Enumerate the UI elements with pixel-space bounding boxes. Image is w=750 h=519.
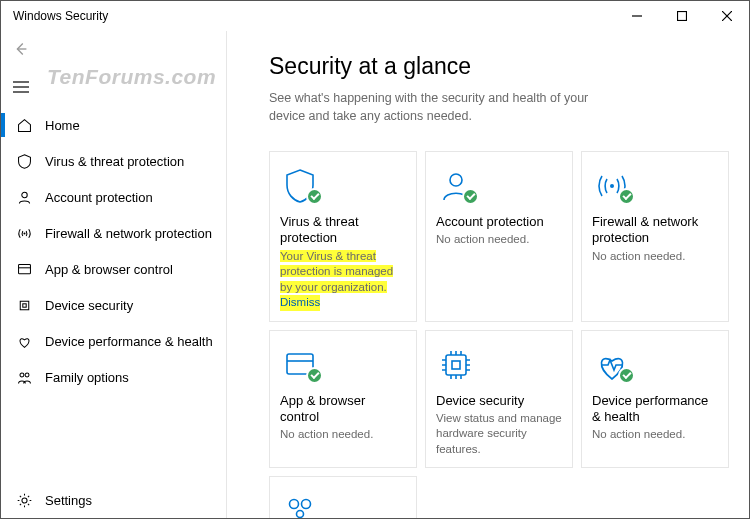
card-icon-wrap bbox=[436, 343, 562, 387]
svg-point-25 bbox=[297, 511, 304, 518]
page-subtitle: See what's happening with the security a… bbox=[269, 90, 599, 125]
card-title: App & browser control bbox=[280, 393, 406, 426]
maximize-button[interactable] bbox=[659, 1, 704, 31]
nav-list: Home Virus & threat protection Account p… bbox=[1, 107, 226, 482]
home-icon bbox=[15, 116, 33, 134]
svg-rect-22 bbox=[452, 361, 460, 369]
status-badge-ok bbox=[618, 367, 635, 384]
sidebar-item-device-security[interactable]: Device security bbox=[1, 287, 226, 323]
sidebar-item-label: Device performance & health bbox=[45, 334, 213, 349]
svg-point-14 bbox=[19, 372, 23, 376]
sidebar-item-label: Account protection bbox=[45, 190, 153, 205]
svg-point-23 bbox=[290, 500, 299, 509]
sidebar-item-home[interactable]: Home bbox=[1, 107, 226, 143]
svg-point-18 bbox=[610, 184, 614, 188]
sidebar-item-app-browser[interactable]: App & browser control bbox=[1, 251, 226, 287]
sidebar-item-firewall[interactable]: Firewall & network protection bbox=[1, 215, 226, 251]
svg-point-15 bbox=[25, 372, 29, 376]
status-badge-ok bbox=[462, 188, 479, 205]
main-content: Security at a glance See what's happenin… bbox=[227, 31, 749, 518]
card-virus-threat[interactable]: Virus & threat protection Your Virus & t… bbox=[269, 151, 417, 322]
card-title: Firewall & network protection bbox=[592, 214, 718, 247]
card-device-security[interactable]: Device security View status and manage h… bbox=[425, 330, 573, 469]
family-icon bbox=[280, 491, 320, 518]
highlighted-text: Your Virus & threat protection is manage… bbox=[280, 250, 393, 293]
card-desc: Your Virus & threat protection is manage… bbox=[280, 249, 406, 311]
shield-icon bbox=[15, 152, 33, 170]
sidebar-item-label: Settings bbox=[45, 493, 92, 508]
sidebar-item-label: Home bbox=[45, 118, 80, 133]
app-browser-icon bbox=[15, 260, 33, 278]
card-icon-wrap bbox=[280, 343, 406, 387]
card-app-browser[interactable]: App & browser control No action needed. bbox=[269, 330, 417, 469]
sidebar-item-family[interactable]: Family options bbox=[1, 359, 226, 395]
antenna-icon bbox=[15, 224, 33, 242]
card-desc: No action needed. bbox=[436, 232, 562, 248]
chip-icon bbox=[436, 345, 476, 385]
sidebar-item-label: Family options bbox=[45, 370, 129, 385]
card-firewall[interactable]: Firewall & network protection No action … bbox=[581, 151, 729, 322]
sidebar-item-virus[interactable]: Virus & threat protection bbox=[1, 143, 226, 179]
card-title: Virus & threat protection bbox=[280, 214, 406, 247]
card-desc: View status and manage hardware security… bbox=[436, 411, 562, 458]
body: Home Virus & threat protection Account p… bbox=[1, 31, 749, 518]
dismiss-link[interactable]: Dismiss bbox=[280, 295, 320, 311]
sidebar-item-label: Virus & threat protection bbox=[45, 154, 184, 169]
page-title: Security at a glance bbox=[269, 53, 749, 80]
svg-point-16 bbox=[21, 497, 26, 502]
sidebar-item-label: Device security bbox=[45, 298, 133, 313]
sidebar: Home Virus & threat protection Account p… bbox=[1, 31, 227, 518]
card-title: Device security bbox=[436, 393, 562, 409]
svg-rect-10 bbox=[18, 264, 30, 273]
chip-icon bbox=[15, 296, 33, 314]
close-button[interactable] bbox=[704, 1, 749, 31]
svg-point-9 bbox=[23, 232, 25, 234]
sidebar-item-account[interactable]: Account protection bbox=[1, 179, 226, 215]
svg-rect-1 bbox=[677, 12, 686, 21]
hamburger-button[interactable] bbox=[1, 67, 41, 107]
sidebar-item-label: App & browser control bbox=[45, 262, 173, 277]
svg-point-24 bbox=[302, 500, 311, 509]
gear-icon bbox=[15, 491, 33, 509]
card-desc: No action needed. bbox=[592, 249, 718, 265]
app-window: Windows Security bbox=[0, 0, 750, 519]
card-family-options[interactable]: Family options Manage how your family us… bbox=[269, 476, 417, 518]
status-badge-ok bbox=[306, 367, 323, 384]
hamburger-row bbox=[1, 67, 226, 107]
card-icon-wrap bbox=[280, 489, 406, 518]
card-performance-health[interactable]: Device performance & health No action ne… bbox=[581, 330, 729, 469]
card-title: Device performance & health bbox=[592, 393, 718, 426]
svg-point-8 bbox=[21, 192, 26, 197]
minimize-button[interactable] bbox=[614, 1, 659, 31]
sidebar-item-label: Firewall & network protection bbox=[45, 226, 212, 241]
card-desc: No action needed. bbox=[280, 427, 406, 443]
card-account-protection[interactable]: Account protection No action needed. bbox=[425, 151, 573, 322]
sidebar-item-performance[interactable]: Device performance & health bbox=[1, 323, 226, 359]
card-icon-wrap bbox=[436, 164, 562, 208]
svg-rect-13 bbox=[22, 303, 25, 306]
heart-pulse-icon bbox=[15, 332, 33, 350]
cards-grid: Virus & threat protection Your Virus & t… bbox=[269, 151, 749, 518]
svg-rect-12 bbox=[20, 301, 29, 310]
svg-rect-21 bbox=[446, 355, 466, 375]
svg-point-17 bbox=[450, 174, 462, 186]
back-button[interactable] bbox=[1, 31, 41, 67]
status-badge-ok bbox=[306, 188, 323, 205]
card-title: Account protection bbox=[436, 214, 562, 230]
card-icon-wrap bbox=[592, 164, 718, 208]
card-icon-wrap bbox=[592, 343, 718, 387]
family-icon bbox=[15, 368, 33, 386]
card-icon-wrap bbox=[280, 164, 406, 208]
card-desc: No action needed. bbox=[592, 427, 718, 443]
title-bar: Windows Security bbox=[1, 1, 749, 31]
sidebar-item-settings[interactable]: Settings bbox=[1, 482, 226, 518]
person-icon bbox=[15, 188, 33, 206]
status-badge-ok bbox=[618, 188, 635, 205]
window-title: Windows Security bbox=[1, 9, 108, 23]
back-bar bbox=[1, 31, 226, 67]
